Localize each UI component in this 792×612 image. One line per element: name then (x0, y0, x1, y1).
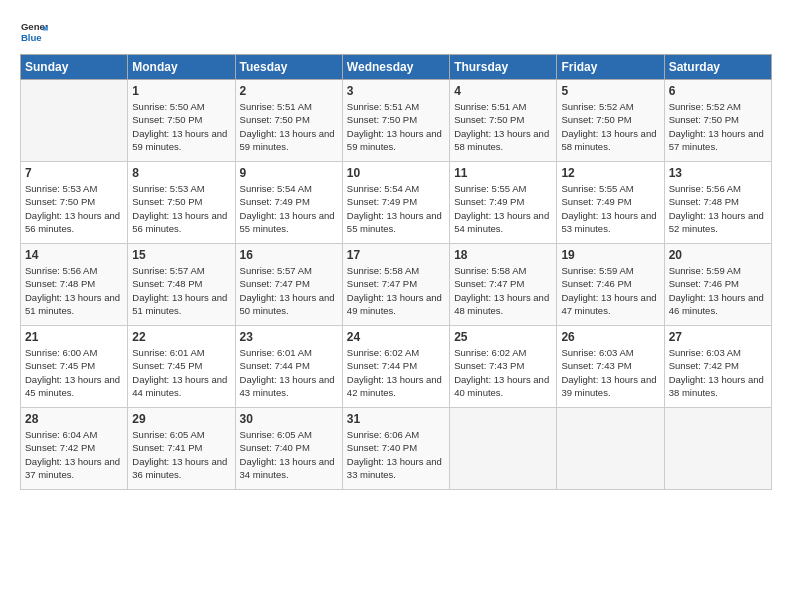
day-number: 17 (347, 248, 445, 262)
calendar-cell (557, 408, 664, 490)
day-info: Sunrise: 6:02 AMSunset: 7:44 PMDaylight:… (347, 346, 445, 399)
header-wednesday: Wednesday (342, 55, 449, 80)
calendar-cell: 23Sunrise: 6:01 AMSunset: 7:44 PMDayligh… (235, 326, 342, 408)
calendar-cell: 16Sunrise: 5:57 AMSunset: 7:47 PMDayligh… (235, 244, 342, 326)
calendar-cell: 30Sunrise: 6:05 AMSunset: 7:40 PMDayligh… (235, 408, 342, 490)
day-info: Sunrise: 5:59 AMSunset: 7:46 PMDaylight:… (669, 264, 767, 317)
week-row-0: 1Sunrise: 5:50 AMSunset: 7:50 PMDaylight… (21, 80, 772, 162)
day-info: Sunrise: 6:02 AMSunset: 7:43 PMDaylight:… (454, 346, 552, 399)
calendar-cell: 19Sunrise: 5:59 AMSunset: 7:46 PMDayligh… (557, 244, 664, 326)
day-info: Sunrise: 5:53 AMSunset: 7:50 PMDaylight:… (25, 182, 123, 235)
day-info: Sunrise: 5:52 AMSunset: 7:50 PMDaylight:… (669, 100, 767, 153)
calendar-cell: 24Sunrise: 6:02 AMSunset: 7:44 PMDayligh… (342, 326, 449, 408)
day-number: 22 (132, 330, 230, 344)
day-info: Sunrise: 6:06 AMSunset: 7:40 PMDaylight:… (347, 428, 445, 481)
calendar-cell: 1Sunrise: 5:50 AMSunset: 7:50 PMDaylight… (128, 80, 235, 162)
calendar-cell: 2Sunrise: 5:51 AMSunset: 7:50 PMDaylight… (235, 80, 342, 162)
calendar-cell: 10Sunrise: 5:54 AMSunset: 7:49 PMDayligh… (342, 162, 449, 244)
calendar-cell: 29Sunrise: 6:05 AMSunset: 7:41 PMDayligh… (128, 408, 235, 490)
calendar-cell: 9Sunrise: 5:54 AMSunset: 7:49 PMDaylight… (235, 162, 342, 244)
svg-text:Blue: Blue (21, 32, 42, 43)
day-number: 1 (132, 84, 230, 98)
header: General Blue (20, 18, 772, 46)
header-monday: Monday (128, 55, 235, 80)
calendar-cell: 28Sunrise: 6:04 AMSunset: 7:42 PMDayligh… (21, 408, 128, 490)
day-number: 8 (132, 166, 230, 180)
calendar-cell (450, 408, 557, 490)
day-info: Sunrise: 5:50 AMSunset: 7:50 PMDaylight:… (132, 100, 230, 153)
day-info: Sunrise: 5:51 AMSunset: 7:50 PMDaylight:… (347, 100, 445, 153)
day-number: 29 (132, 412, 230, 426)
day-number: 21 (25, 330, 123, 344)
day-number: 2 (240, 84, 338, 98)
day-info: Sunrise: 6:03 AMSunset: 7:43 PMDaylight:… (561, 346, 659, 399)
calendar-cell (664, 408, 771, 490)
day-number: 20 (669, 248, 767, 262)
day-info: Sunrise: 6:04 AMSunset: 7:42 PMDaylight:… (25, 428, 123, 481)
logo: General Blue (20, 18, 52, 46)
day-number: 13 (669, 166, 767, 180)
calendar-cell: 6Sunrise: 5:52 AMSunset: 7:50 PMDaylight… (664, 80, 771, 162)
week-row-2: 14Sunrise: 5:56 AMSunset: 7:48 PMDayligh… (21, 244, 772, 326)
header-thursday: Thursday (450, 55, 557, 80)
calendar-table: SundayMondayTuesdayWednesdayThursdayFrid… (20, 54, 772, 490)
day-info: Sunrise: 5:59 AMSunset: 7:46 PMDaylight:… (561, 264, 659, 317)
day-info: Sunrise: 6:05 AMSunset: 7:41 PMDaylight:… (132, 428, 230, 481)
calendar-cell: 25Sunrise: 6:02 AMSunset: 7:43 PMDayligh… (450, 326, 557, 408)
week-row-4: 28Sunrise: 6:04 AMSunset: 7:42 PMDayligh… (21, 408, 772, 490)
day-info: Sunrise: 5:51 AMSunset: 7:50 PMDaylight:… (240, 100, 338, 153)
day-number: 5 (561, 84, 659, 98)
day-info: Sunrise: 6:05 AMSunset: 7:40 PMDaylight:… (240, 428, 338, 481)
day-number: 28 (25, 412, 123, 426)
calendar-cell: 20Sunrise: 5:59 AMSunset: 7:46 PMDayligh… (664, 244, 771, 326)
header-tuesday: Tuesday (235, 55, 342, 80)
calendar-cell: 31Sunrise: 6:06 AMSunset: 7:40 PMDayligh… (342, 408, 449, 490)
calendar-cell: 4Sunrise: 5:51 AMSunset: 7:50 PMDaylight… (450, 80, 557, 162)
day-number: 3 (347, 84, 445, 98)
calendar-cell: 27Sunrise: 6:03 AMSunset: 7:42 PMDayligh… (664, 326, 771, 408)
calendar-cell: 3Sunrise: 5:51 AMSunset: 7:50 PMDaylight… (342, 80, 449, 162)
day-info: Sunrise: 5:58 AMSunset: 7:47 PMDaylight:… (454, 264, 552, 317)
day-number: 27 (669, 330, 767, 344)
day-number: 24 (347, 330, 445, 344)
header-friday: Friday (557, 55, 664, 80)
day-info: Sunrise: 5:51 AMSunset: 7:50 PMDaylight:… (454, 100, 552, 153)
day-number: 12 (561, 166, 659, 180)
day-number: 16 (240, 248, 338, 262)
day-info: Sunrise: 5:58 AMSunset: 7:47 PMDaylight:… (347, 264, 445, 317)
day-info: Sunrise: 5:56 AMSunset: 7:48 PMDaylight:… (669, 182, 767, 235)
header-saturday: Saturday (664, 55, 771, 80)
day-info: Sunrise: 6:03 AMSunset: 7:42 PMDaylight:… (669, 346, 767, 399)
day-info: Sunrise: 5:52 AMSunset: 7:50 PMDaylight:… (561, 100, 659, 153)
calendar-cell: 17Sunrise: 5:58 AMSunset: 7:47 PMDayligh… (342, 244, 449, 326)
day-number: 25 (454, 330, 552, 344)
day-number: 11 (454, 166, 552, 180)
calendar-cell (21, 80, 128, 162)
day-number: 14 (25, 248, 123, 262)
calendar-page: General Blue SundayMondayTuesdayWednesda… (0, 0, 792, 612)
header-sunday: Sunday (21, 55, 128, 80)
day-info: Sunrise: 5:54 AMSunset: 7:49 PMDaylight:… (347, 182, 445, 235)
day-number: 30 (240, 412, 338, 426)
day-info: Sunrise: 5:56 AMSunset: 7:48 PMDaylight:… (25, 264, 123, 317)
day-info: Sunrise: 6:01 AMSunset: 7:45 PMDaylight:… (132, 346, 230, 399)
calendar-cell: 18Sunrise: 5:58 AMSunset: 7:47 PMDayligh… (450, 244, 557, 326)
logo-icon: General Blue (20, 18, 48, 46)
calendar-cell: 11Sunrise: 5:55 AMSunset: 7:49 PMDayligh… (450, 162, 557, 244)
calendar-cell: 13Sunrise: 5:56 AMSunset: 7:48 PMDayligh… (664, 162, 771, 244)
day-number: 10 (347, 166, 445, 180)
day-info: Sunrise: 6:01 AMSunset: 7:44 PMDaylight:… (240, 346, 338, 399)
day-number: 4 (454, 84, 552, 98)
day-number: 18 (454, 248, 552, 262)
calendar-cell: 21Sunrise: 6:00 AMSunset: 7:45 PMDayligh… (21, 326, 128, 408)
day-number: 15 (132, 248, 230, 262)
header-row: SundayMondayTuesdayWednesdayThursdayFrid… (21, 55, 772, 80)
day-info: Sunrise: 5:53 AMSunset: 7:50 PMDaylight:… (132, 182, 230, 235)
day-info: Sunrise: 6:00 AMSunset: 7:45 PMDaylight:… (25, 346, 123, 399)
calendar-cell: 22Sunrise: 6:01 AMSunset: 7:45 PMDayligh… (128, 326, 235, 408)
day-info: Sunrise: 5:57 AMSunset: 7:48 PMDaylight:… (132, 264, 230, 317)
day-number: 9 (240, 166, 338, 180)
day-info: Sunrise: 5:54 AMSunset: 7:49 PMDaylight:… (240, 182, 338, 235)
day-info: Sunrise: 5:57 AMSunset: 7:47 PMDaylight:… (240, 264, 338, 317)
calendar-cell: 15Sunrise: 5:57 AMSunset: 7:48 PMDayligh… (128, 244, 235, 326)
